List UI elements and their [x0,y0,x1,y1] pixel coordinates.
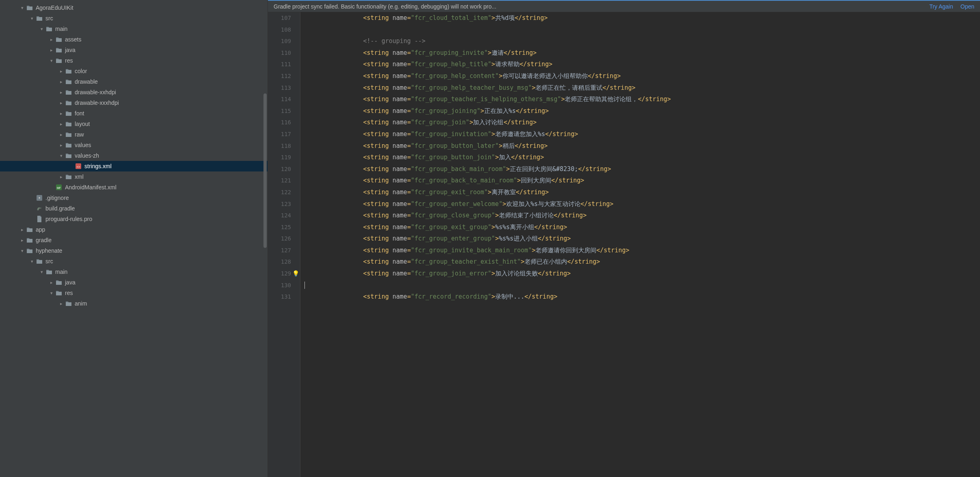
code-line[interactable]: <string name="fcr_group_joining">正在加入%s<… [304,105,980,117]
chevron-down-icon[interactable]: ▾ [48,58,55,63]
line-number: 128 [268,256,291,268]
chevron-down-icon[interactable]: ▾ [19,248,26,254]
code-line[interactable]: <string name="fcr_group_close_group">老师结… [304,210,980,221]
project-tree-panel[interactable]: ▾AgoraEduUIKit▾src▾main▸assets▸java▾res▸… [0,0,268,477]
chevron-down-icon[interactable]: ▾ [28,16,36,21]
chevron-right-icon[interactable]: ▸ [58,132,65,137]
tree-item-hyphenate[interactable]: ▾hyphenate [0,245,268,256]
tree-item-gradle[interactable]: ▸gradle [0,235,268,245]
tree-item-drawable-xxhdpi[interactable]: ▸drawable-xxhdpi [0,87,268,98]
code-line[interactable] [304,24,980,36]
chevron-down-icon[interactable]: ▾ [28,259,36,264]
tree-item-agoraeduuikit[interactable]: ▾AgoraEduUIKit [0,2,268,13]
chevron-right-icon[interactable]: ▸ [19,238,26,243]
chevron-right-icon[interactable]: ▸ [19,227,26,232]
code-line[interactable]: <string name="fcr_group_teacher_exist_hi… [304,256,980,268]
tree-item-main[interactable]: ▾main [0,267,268,277]
code-line[interactable]: <string name="fcr_group_button_join">加入<… [304,152,980,163]
try-again-link[interactable]: Try Again [929,3,953,10]
tree-item-values[interactable]: ▸values [0,140,268,150]
code-line[interactable]: <!-- grouping --> [304,35,980,47]
code-line[interactable] [304,280,980,291]
editor-content[interactable]: <string name="fcr_cloud_total_item">共%d项… [300,12,980,477]
code-line[interactable]: <string name="fcr_group_invitation">老师邀请… [304,128,980,140]
code-line[interactable]: <string name="fcr_group_invite_back_main… [304,245,980,256]
code-line[interactable]: <string name="fcr_group_exit_room">离开教室<… [304,186,980,198]
code-line[interactable]: <string name="fcr_group_back_main_room">… [304,163,980,175]
folder-icon [26,226,33,233]
tree-item-font[interactable]: ▸font [0,108,268,119]
chevron-right-icon[interactable]: ▸ [58,143,65,148]
tree-item-proguard-rules-pro[interactable]: proguard-rules.pro [0,214,268,224]
chevron-right-icon[interactable]: ▸ [58,90,65,95]
intention-bulb-icon[interactable]: 💡 [292,270,299,277]
code-line[interactable]: <string name="fcr_group_teacher_is_helpi… [304,93,980,105]
code-line[interactable]: <string name="fcr_group_join_error">加入讨论… [304,268,980,280]
code-line[interactable]: <string name="fcr_group_button_later">稍后… [304,140,980,152]
tree-item-label: res [65,290,73,296]
code-editor[interactable]: 1071081091101111121131141151161171181191… [268,12,980,477]
tree-item-app[interactable]: ▸app [0,224,268,235]
tree-item-anim[interactable]: ▸anim [0,298,268,309]
tree-item-raw[interactable]: ▸raw [0,129,268,140]
tree-item-src[interactable]: ▾src [0,256,268,267]
folder-icon [55,36,63,43]
tree-item-java[interactable]: ▸java [0,45,268,55]
code-line[interactable]: <string name="fcr_group_help_content">你可… [304,70,980,82]
banner-message: Gradle project sync failed. Basic functi… [274,3,922,10]
code-line[interactable]: <string name="fcr_group_join">加入讨论组</str… [304,117,980,128]
code-line[interactable]: <string name="fcr_group_help_title">请求帮助… [304,59,980,70]
chevron-right-icon[interactable]: ▸ [58,121,65,127]
tree-item-color[interactable]: ▸color [0,66,268,76]
chevron-right-icon[interactable]: ▸ [58,69,65,74]
tree-item-label: xml [75,173,84,180]
chevron-down-icon[interactable]: ▾ [48,291,55,296]
code-line[interactable]: <string name="fcr_group_back_to_main_roo… [304,175,980,186]
chevron-down-icon[interactable]: ▾ [38,269,45,275]
folder-icon [65,78,72,85]
tree-item-main[interactable]: ▾main [0,24,268,34]
chevron-right-icon[interactable]: ▸ [58,301,65,306]
line-number: 124 [268,210,291,221]
tree-item-assets[interactable]: ▸assets [0,34,268,45]
chevron-right-icon[interactable]: ▸ [58,174,65,180]
chevron-down-icon[interactable]: ▾ [58,153,65,158]
tree-item-res[interactable]: ▾res [0,288,268,298]
tree-item-res[interactable]: ▾res [0,55,268,66]
tree-item-strings-xml[interactable]: <>strings.xml [0,161,268,171]
tree-item-java[interactable]: ▸java [0,277,268,288]
code-line[interactable]: <string name="fcr_group_enter_welcome">欢… [304,198,980,210]
tree-item-build-gradle[interactable]: build.gradle [0,203,268,214]
line-number: 130 [268,280,291,291]
chevron-right-icon[interactable]: ▸ [48,48,55,53]
editor-gutter: 1071081091101111121131141151161171181191… [268,12,300,477]
folder-icon [65,141,72,149]
chevron-right-icon[interactable]: ▸ [48,37,55,42]
tree-item-drawable[interactable]: ▸drawable [0,76,268,87]
open-link[interactable]: Open [961,3,974,10]
chevron-right-icon[interactable]: ▸ [58,79,65,85]
code-line[interactable]: <string name="fcr_grouping_invite">邀请</s… [304,47,980,59]
chevron-down-icon[interactable]: ▾ [19,5,26,11]
code-line[interactable]: <string name="fcr_group_exit_group">%s%s… [304,221,980,233]
chevron-right-icon[interactable]: ▸ [48,280,55,285]
tree-item-drawable-xxxhdpi[interactable]: ▸drawable-xxxhdpi [0,98,268,108]
chevron-down-icon[interactable]: ▾ [38,26,45,32]
tree-item-values-zh[interactable]: ▾values-zh [0,150,268,161]
scrollbar-thumb[interactable] [263,93,267,248]
code-line[interactable]: <string name="fcr_group_help_teacher_bus… [304,82,980,94]
tree-item-layout[interactable]: ▸layout [0,119,268,129]
code-line[interactable]: <string name="fcr_group_enter_group">%s%… [304,233,980,245]
tree-item-androidmanifest-xml[interactable]: MFAndroidManifest.xml [0,182,268,193]
folder-icon [26,4,33,11]
chevron-right-icon[interactable]: ▸ [58,111,65,116]
folder-icon [55,57,63,64]
tree-item--gitignore[interactable]: .gitignore [0,193,268,203]
folder-icon [45,25,53,33]
tree-item-xml[interactable]: ▸xml [0,171,268,182]
tree-item-src[interactable]: ▾src [0,13,268,24]
code-line[interactable]: <string name="fcr_cloud_total_item">共%d项… [304,12,980,24]
code-line[interactable]: <string name="fcr_record_recording">录制中.… [304,291,980,303]
chevron-right-icon[interactable]: ▸ [58,100,65,106]
folder-icon [55,46,63,54]
